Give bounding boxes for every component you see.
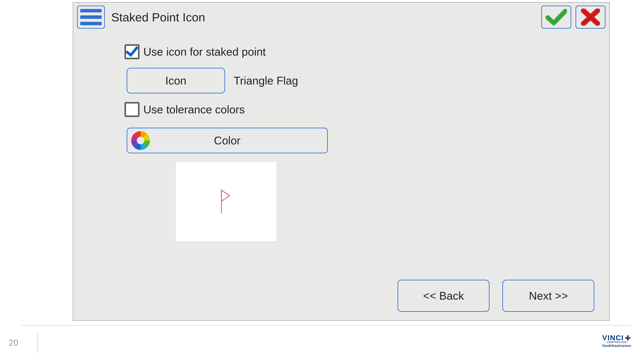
brand-name-row: VINCI: [602, 334, 631, 342]
top-bar: Staked Point Icon: [77, 5, 606, 29]
color-button-label: Color: [127, 134, 327, 147]
triangle-flag-icon: [220, 190, 232, 213]
next-button-label: Next >>: [529, 289, 568, 302]
use-tolerance-colors-row: Use tolerance colors: [124, 102, 596, 117]
brand-plus-icon: [625, 335, 631, 341]
color-row: Color: [127, 125, 596, 153]
icon-select-button[interactable]: Icon: [127, 68, 225, 93]
brand-name: VINCI: [602, 334, 624, 342]
use-icon-label: Use icon for staked point: [143, 45, 266, 58]
color-select-button[interactable]: Color: [127, 128, 328, 153]
icon-button-label: Icon: [166, 74, 186, 87]
back-button[interactable]: << Back: [398, 280, 490, 312]
next-button[interactable]: Next >>: [502, 280, 594, 312]
brand-sub2: GeoInfrastructure: [602, 344, 631, 348]
footer-divider: [22, 325, 631, 326]
use-tolerance-colors-checkbox[interactable]: [124, 102, 140, 117]
page-number: 20: [8, 338, 18, 348]
confirm-button[interactable]: [541, 5, 571, 29]
dialog-content: Use icon for staked point Icon Triangle …: [124, 44, 596, 314]
back-button-label: << Back: [423, 289, 464, 302]
page-number-separator: [38, 334, 38, 353]
cancel-button[interactable]: [576, 5, 606, 29]
use-tolerance-colors-label: Use tolerance colors: [143, 103, 245, 116]
use-icon-row: Use icon for staked point: [124, 44, 596, 59]
selected-icon-name: Triangle Flag: [234, 74, 298, 87]
use-icon-checkbox[interactable]: [124, 44, 140, 59]
menu-button[interactable]: [77, 5, 105, 29]
dialog-title: Staked Point Icon: [111, 10, 205, 24]
checkmark-icon: [546, 8, 567, 26]
close-icon: [581, 8, 600, 26]
dialog-panel: Staked Point Icon Us: [73, 2, 610, 321]
nav-buttons: << Back Next >>: [398, 280, 594, 312]
brand-logo: VINCI CONSTRUCTION GeoInfrastructure: [602, 334, 631, 348]
icon-preview: [176, 162, 276, 241]
hamburger-icon: [80, 9, 102, 12]
icon-selector-row: Icon Triangle Flag: [127, 68, 596, 93]
checkmark-icon: [126, 46, 138, 58]
svg-rect-5: [625, 338, 630, 339]
top-right-actions: [541, 5, 606, 29]
